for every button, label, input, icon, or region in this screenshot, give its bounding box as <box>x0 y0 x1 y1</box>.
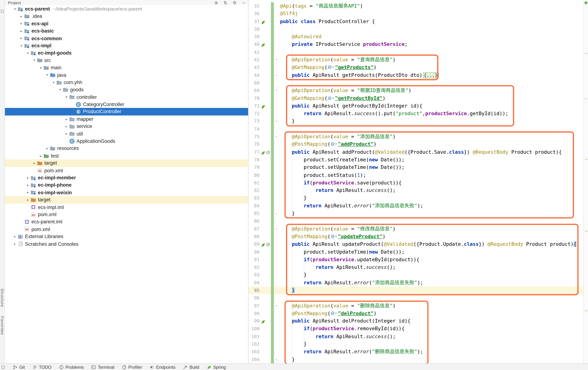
tree-item-productcontroller[interactable]: CProductController <box>5 108 248 115</box>
inspection-indicator[interactable] <box>585 1 587 4</box>
code-line-44[interactable]: 44▴ public ApiResult getProducts(Product… <box>249 72 583 79</box>
editor-scrollbar[interactable] <box>583 0 588 363</box>
code-line-42[interactable]: 42▾ @ApiOperation(value = "查询商品信息") <box>249 56 583 64</box>
code-line-99[interactable]: 99 public ApiResult delProduct(Integer i… <box>249 317 583 325</box>
line-number[interactable]: 80 <box>249 171 261 179</box>
code-line-82[interactable]: 82 return ApiResult.success(); <box>249 187 583 194</box>
tree-item-ecs-parent[interactable]: ▾ecs-parent~/IdeaProjects/JavaWorkspace/… <box>5 5 248 12</box>
tree-item-service[interactable]: ▸service <box>5 123 248 130</box>
code-line-100[interactable]: 100 if(productService.removeById(id)){ <box>249 325 583 333</box>
line-number[interactable]: 74 <box>249 125 261 133</box>
project-panel-title[interactable]: Project <box>8 0 21 5</box>
tree-item-main[interactable]: ▾main <box>5 64 248 71</box>
line-number[interactable]: 38 <box>249 25 261 33</box>
line-number[interactable]: 77 <box>249 148 261 156</box>
code-line-96[interactable]: 96 <box>249 294 583 302</box>
chevron-closed-icon[interactable]: ▸ <box>45 147 50 150</box>
statusbar-item-problems[interactable]: Problems <box>59 364 84 370</box>
line-number[interactable]: 97 <box>249 302 261 310</box>
url-mapping-icon[interactable] <box>328 65 334 70</box>
tree-item-ecs-common[interactable]: ▸ecs-common <box>5 35 248 42</box>
locate-icon[interactable]: ⊕ <box>214 0 218 5</box>
line-number[interactable]: 41 <box>249 48 261 56</box>
code-line-38[interactable]: 38 <box>249 25 583 33</box>
line-number[interactable]: 91 <box>249 256 261 263</box>
line-number[interactable]: 99 <box>249 317 261 325</box>
line-number[interactable]: 93 <box>249 271 261 279</box>
chevron-closed-icon[interactable]: ▸ <box>64 125 69 128</box>
tool-window-switcher-icon[interactable] <box>1 365 5 369</box>
code-line-75[interactable]: 75▾ @ApiOperation(value = "添加商品信息") <box>249 133 583 141</box>
statusbar-item-endpoints[interactable]: Endpoints <box>150 364 176 370</box>
code-line-68[interactable]: 68 <box>249 79 583 87</box>
tree-item-java[interactable]: ▾java <box>5 71 248 79</box>
tool-window-button-favorites[interactable]: Favorites <box>0 316 5 335</box>
code-line-83[interactable]: 83 } <box>249 195 583 202</box>
code-line-98[interactable]: 98 @PostMapping("delProduct") <box>249 310 583 317</box>
code-line-43[interactable]: 43 @GetMapping("getProducts") <box>249 64 583 71</box>
chevron-closed-icon[interactable]: ▸ <box>38 154 43 158</box>
code-line-89[interactable]: 89@ public ApiResult updateProduct(@Vali… <box>249 240 583 248</box>
line-number[interactable]: 76 <box>249 141 261 148</box>
tree-item--idea[interactable]: ▸.idea <box>5 12 248 20</box>
line-number[interactable]: 102 <box>249 340 261 348</box>
fold-marker-icon[interactable]: ▾ <box>274 225 279 233</box>
code-line-86[interactable]: 86 <box>249 217 583 225</box>
statusbar-item-spring[interactable]: Spring <box>207 364 226 370</box>
line-number[interactable]: 94 <box>249 279 261 287</box>
tree-item-categorycontroller[interactable]: CCategoryController <box>5 101 248 108</box>
statusbar-item-profiler[interactable]: Profiler <box>122 364 142 370</box>
code-line-97[interactable]: 97▾ @ApiOperation(value = "删除商品信息") <box>249 302 583 310</box>
line-number[interactable]: 73 <box>249 117 261 125</box>
line-number[interactable]: 68 <box>249 79 261 87</box>
chevron-closed-icon[interactable]: ▸ <box>25 183 30 187</box>
line-number[interactable]: 69 <box>249 87 261 94</box>
code-line-102[interactable]: 102 } <box>249 340 583 348</box>
tree-item-test[interactable]: ▸test <box>5 152 248 159</box>
url-mapping-icon[interactable] <box>331 234 337 238</box>
code-line-88[interactable]: 88 @PostMapping("updateProduct") <box>249 233 583 240</box>
tree-item-com-yhh[interactable]: ▾com.yhh <box>5 79 248 86</box>
tree-item-mapper[interactable]: ▸mapper <box>5 115 248 123</box>
chevron-closed-icon[interactable]: ▸ <box>19 22 24 26</box>
tree-item-ec-impl-phone[interactable]: ▸ec-impl-phone <box>5 182 248 189</box>
code-line-36[interactable]: 36@Slf4j <box>249 10 583 18</box>
code-line-94[interactable]: 94 return ApiResult.error("添加商品信息失败"); <box>249 279 583 287</box>
code-line-35[interactable]: 35@Api(tags = "商品信息服务API") <box>249 2 583 10</box>
code-line-93[interactable]: 93 } <box>249 271 583 279</box>
chevron-closed-icon[interactable]: ▸ <box>64 132 69 136</box>
tree-item-pom-xml[interactable]: mpom.xml <box>5 226 248 233</box>
line-number[interactable]: 100 <box>249 325 261 333</box>
code-line-85[interactable]: 85▴ } <box>249 210 583 217</box>
statusbar-item-git[interactable]: Git <box>13 364 25 370</box>
chevron-open-icon[interactable]: ▾ <box>19 44 24 48</box>
tree-item-pom-xml[interactable]: mpom.xml <box>5 211 248 218</box>
hide-panel-icon[interactable]: ─ <box>242 0 245 5</box>
chevron-open-icon[interactable]: ▾ <box>25 51 30 55</box>
code-line-70[interactable]: 70 @GetMapping("getProductById") <box>249 94 583 102</box>
fold-marker-icon[interactable]: ▾ <box>274 87 279 94</box>
line-number[interactable]: 36 <box>249 10 261 18</box>
line-number[interactable]: 78 <box>249 156 261 164</box>
code-line-80[interactable]: 80 product.setStatus(1); <box>249 171 583 179</box>
tree-item-target[interactable]: ▸target <box>5 196 248 203</box>
chevron-open-icon[interactable]: ▾ <box>38 66 43 70</box>
code-line-91[interactable]: 91 if(productService.updateById(product)… <box>249 256 583 263</box>
line-number[interactable]: 44 <box>249 72 261 79</box>
code-line-84[interactable]: 84 return ApiResult.error("添加商品信息失败"); <box>249 202 583 210</box>
url-mapping-icon[interactable] <box>331 311 337 315</box>
tree-item-ecs-impl-iml[interactable]: ecs-impl.iml <box>5 204 248 211</box>
code-line-77[interactable]: 77@ public ApiResult addProduct(@Validat… <box>249 148 583 156</box>
chevron-closed-icon[interactable]: ▸ <box>12 235 18 238</box>
tree-item-ecs-impl[interactable]: ▾ecs-impl <box>5 42 248 49</box>
tree-item-scratches-and-consoles[interactable]: ▸Scratches and Consoles <box>5 240 248 247</box>
expand-collapse-icon[interactable]: ⇅ <box>223 0 227 5</box>
url-mapping-icon[interactable] <box>331 142 337 146</box>
code-line-78[interactable]: 78 product.setCreateTime(new Date()); <box>249 156 583 164</box>
code-line-104[interactable]: 104▴ } <box>249 356 583 363</box>
tree-item-es-impl-weixin[interactable]: ▸es-impl-weixin <box>5 189 248 196</box>
line-number[interactable]: 103 <box>249 348 261 356</box>
line-number[interactable]: 92 <box>249 264 261 271</box>
line-number[interactable]: 85 <box>249 210 261 217</box>
fold-marker-icon[interactable]: ▴ <box>274 210 279 217</box>
